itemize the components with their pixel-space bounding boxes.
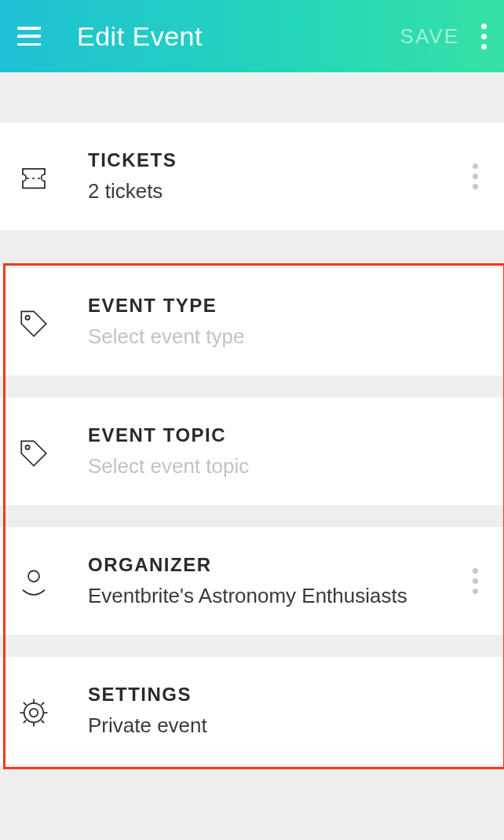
page-title: Edit Event (77, 21, 400, 52)
tag-icon (17, 437, 50, 470)
event-type-value: Select event type (88, 325, 463, 349)
svg-point-7 (24, 702, 44, 722)
settings-row[interactable]: SETTINGS Private event (0, 657, 504, 765)
tickets-row[interactable]: TICKETS 2 tickets (0, 123, 504, 230)
app-header: Edit Event SAVE (0, 0, 504, 72)
save-button[interactable]: SAVE (400, 24, 459, 49)
organizer-row[interactable]: ORGANIZER Eventbrite's Astronomy Enthusi… (0, 527, 504, 635)
app-root: Edit Event SAVE TICKETS 2 tickets (0, 0, 504, 840)
settings-value: Private event (88, 713, 463, 738)
spacer (0, 635, 504, 657)
event-topic-value: Select event topic (88, 454, 463, 479)
tickets-more-icon[interactable] (473, 163, 478, 189)
svg-point-6 (30, 708, 38, 717)
event-type-label: EVENT TYPE (88, 295, 463, 317)
more-options-icon[interactable] (481, 24, 487, 50)
organizer-more-icon[interactable] (473, 568, 478, 594)
ticket-icon (17, 162, 50, 195)
svg-point-3 (26, 315, 30, 319)
organizer-label: ORGANIZER (88, 554, 463, 576)
event-topic-label: EVENT TOPIC (88, 424, 463, 446)
event-topic-row[interactable]: EVENT TOPIC Select event topic (0, 398, 504, 505)
gear-icon (17, 696, 50, 729)
person-icon (17, 567, 50, 600)
spacer (0, 72, 504, 123)
highlighted-section: EVENT TYPE Select event type EVENT TOPIC… (0, 268, 504, 765)
spacer (0, 505, 504, 527)
tickets-label: TICKETS (88, 149, 463, 171)
tag-icon (17, 307, 50, 340)
settings-label: SETTINGS (88, 684, 463, 706)
svg-point-5 (28, 570, 39, 581)
event-type-row[interactable]: EVENT TYPE Select event type (0, 268, 504, 376)
menu-icon[interactable] (17, 27, 41, 46)
spacer (0, 230, 504, 268)
spacer (0, 376, 504, 398)
tickets-value: 2 tickets (88, 179, 463, 204)
svg-point-4 (26, 445, 30, 449)
organizer-value: Eventbrite's Astronomy Enthusiasts (88, 584, 463, 608)
